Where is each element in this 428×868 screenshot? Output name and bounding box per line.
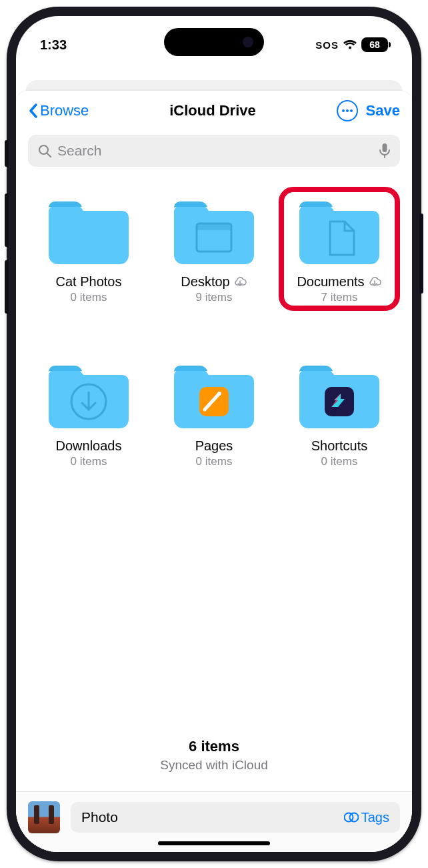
home-indicator[interactable]	[158, 841, 270, 845]
summary: 6 items Synced with iCloud	[16, 722, 412, 791]
search-icon	[37, 143, 52, 158]
status-time: 1:33	[40, 37, 67, 53]
svg-point-2	[350, 109, 353, 112]
folder-name: Downloads	[56, 438, 122, 454]
svg-point-1	[346, 109, 349, 112]
wifi-icon	[343, 39, 357, 50]
folder-icon	[167, 193, 261, 268]
folder-cat-photos[interactable]: Cat Photos 0 items	[31, 193, 147, 304]
volume-up	[5, 193, 9, 247]
volume-down	[5, 260, 9, 314]
cloud-download-icon	[367, 276, 382, 288]
nav-bar: Browse iCloud Drive Save	[16, 91, 412, 131]
search-input[interactable]	[57, 143, 373, 159]
svg-rect-8	[197, 224, 231, 230]
folder-name: Desktop	[181, 274, 229, 290]
dynamic-island	[164, 28, 264, 56]
folder-subtitle: 7 items	[321, 291, 358, 304]
mic-icon[interactable]	[379, 143, 391, 159]
folder-subtitle: 0 items	[71, 455, 107, 468]
folder-icon	[293, 358, 386, 432]
folder-shortcuts[interactable]: Shortcuts 0 items	[281, 358, 397, 468]
svg-point-17	[349, 813, 358, 822]
save-sheet: Browse iCloud Drive Save	[16, 91, 412, 852]
folder-subtitle: 9 items	[196, 291, 233, 304]
cloud-download-icon	[233, 276, 247, 288]
back-button[interactable]: Browse	[28, 102, 89, 119]
folder-name: Documents	[297, 274, 364, 290]
filename-field[interactable]: Photo Tags	[71, 802, 400, 833]
search-field[interactable]	[28, 135, 400, 167]
status-sos: SOS	[315, 39, 339, 51]
summary-count: 6 items	[16, 738, 412, 755]
folder-subtitle: 0 items	[321, 455, 358, 468]
folder-subtitle: 0 items	[71, 291, 107, 304]
folder-icon	[167, 358, 261, 432]
folder-icon	[293, 193, 386, 268]
save-button[interactable]: Save	[366, 102, 400, 119]
file-thumbnail[interactable]	[28, 801, 60, 833]
tags-label: Tags	[361, 810, 389, 825]
tags-button[interactable]: Tags	[344, 810, 389, 825]
folder-icon	[42, 358, 135, 432]
svg-point-14	[217, 392, 221, 396]
svg-line-4	[47, 153, 51, 157]
filename-text: Photo	[81, 809, 118, 825]
phone-frame: 1:33 SOS 68 Browse	[7, 7, 421, 861]
folder-documents[interactable]: Documents 7 items	[281, 193, 397, 304]
folder-subtitle: 0 items	[196, 455, 233, 468]
folder-desktop[interactable]: Desktop 9 items	[156, 193, 272, 304]
nav-title: iCloud Drive	[169, 102, 256, 119]
more-button[interactable]	[337, 100, 358, 121]
folder-name: Cat Photos	[56, 274, 122, 290]
folder-icon	[42, 193, 135, 268]
folder-pages[interactable]: Pages 0 items	[156, 358, 272, 468]
power-button	[419, 213, 423, 294]
mute-switch	[5, 140, 9, 167]
battery-indicator: 68	[361, 37, 388, 52]
svg-point-3	[39, 145, 48, 154]
screen: 1:33 SOS 68 Browse	[16, 16, 412, 852]
folder-downloads[interactable]: Downloads 0 items	[31, 358, 147, 468]
folder-name: Pages	[195, 438, 233, 454]
summary-sync: Synced with iCloud	[16, 758, 412, 773]
svg-point-0	[342, 109, 345, 112]
folder-name: Shortcuts	[311, 438, 367, 454]
chevron-left-icon	[28, 103, 39, 119]
folder-grid[interactable]: Cat Photos 0 items Desktop 9 items Docum…	[16, 179, 412, 722]
back-label: Browse	[40, 102, 89, 119]
svg-rect-5	[383, 143, 387, 152]
